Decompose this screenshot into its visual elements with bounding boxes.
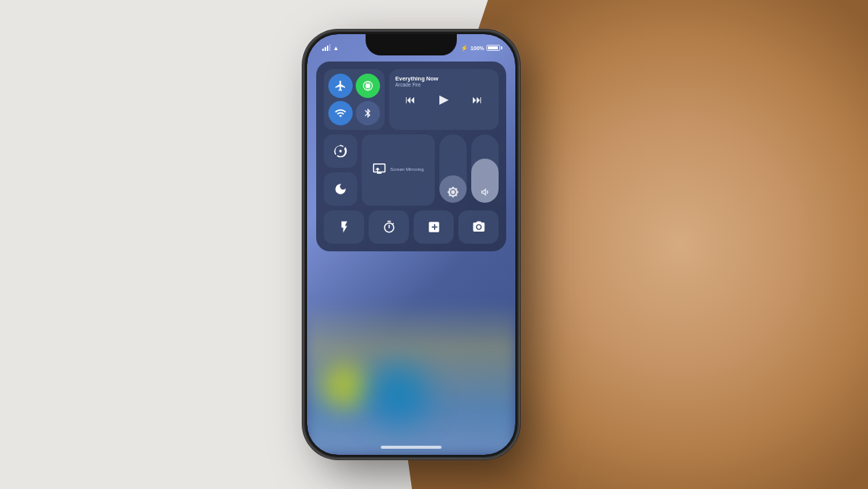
connectivity-block bbox=[324, 69, 385, 130]
signal-icon bbox=[322, 45, 331, 51]
screen-mirroring-button[interactable]: Screen Mirroring bbox=[362, 134, 435, 206]
airplane-mode-button[interactable] bbox=[328, 74, 353, 98]
music-controls: ⏮ ▶ ⏭ bbox=[395, 92, 493, 106]
status-left: ▲ bbox=[322, 45, 339, 52]
cc-row-2: Screen Mirroring bbox=[324, 134, 499, 206]
iphone-screen: ▲ ⚡ 100% bbox=[307, 34, 515, 455]
calculator-button[interactable] bbox=[413, 210, 454, 244]
svg-point-3 bbox=[477, 226, 480, 229]
control-center: Everything Now Arcade Fire ⏮ ▶ ⏭ bbox=[316, 62, 506, 251]
music-info: Everything Now Arcade Fire bbox=[395, 75, 493, 87]
do-not-disturb-button[interactable] bbox=[324, 172, 357, 206]
battery-icon bbox=[486, 45, 500, 51]
screen-mirroring-label: Screen Mirroring bbox=[390, 167, 423, 172]
music-artist: Arcade Fire bbox=[395, 82, 493, 87]
svg-point-2 bbox=[339, 150, 341, 152]
cc-row-3 bbox=[324, 210, 499, 244]
camera-button[interactable] bbox=[458, 210, 499, 244]
volume-slider[interactable] bbox=[471, 134, 499, 203]
bluetooth-toggle-button[interactable] bbox=[356, 101, 380, 125]
flashlight-button[interactable] bbox=[324, 210, 364, 244]
bluetooth-icon: ⚡ bbox=[461, 45, 468, 52]
timer-button[interactable] bbox=[369, 210, 409, 244]
status-right: ⚡ 100% bbox=[461, 45, 500, 52]
volume-icon bbox=[479, 186, 491, 198]
orientation-lock-button[interactable] bbox=[324, 134, 357, 168]
iphone-device: ▲ ⚡ 100% bbox=[305, 32, 518, 457]
cellular-data-button[interactable] bbox=[356, 74, 380, 98]
music-player: Everything Now Arcade Fire ⏮ ▶ ⏭ bbox=[389, 69, 499, 130]
music-title: Everything Now bbox=[395, 75, 493, 82]
battery-percent: 100% bbox=[470, 46, 484, 51]
home-indicator[interactable] bbox=[381, 446, 442, 449]
brightness-icon bbox=[447, 186, 459, 198]
fast-forward-button[interactable]: ⏭ bbox=[472, 93, 483, 106]
rewind-button[interactable]: ⏮ bbox=[405, 93, 416, 106]
svg-point-1 bbox=[366, 84, 370, 88]
brightness-slider[interactable] bbox=[439, 134, 467, 203]
scene: ▲ ⚡ 100% bbox=[0, 0, 868, 489]
iphone-notch bbox=[366, 34, 457, 55]
wifi-toggle-button[interactable] bbox=[328, 101, 353, 125]
play-button[interactable]: ▶ bbox=[439, 92, 448, 106]
wifi-icon: ▲ bbox=[333, 45, 339, 52]
screen-mirror-icon bbox=[372, 162, 386, 178]
cc-row-1: Everything Now Arcade Fire ⏮ ▶ ⏭ bbox=[324, 69, 499, 130]
